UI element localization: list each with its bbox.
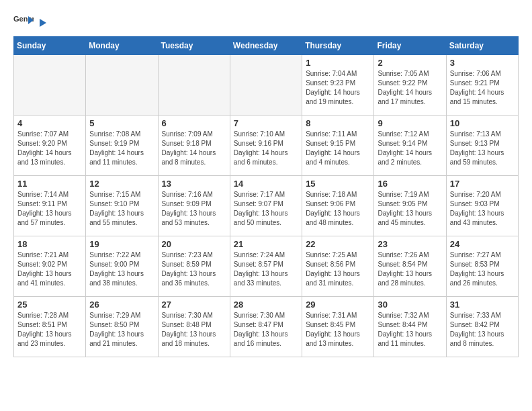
day-number: 23 <box>378 239 442 249</box>
svg-marker-2 <box>40 19 46 27</box>
cell-info: Sunrise: 7:30 AM Sunset: 8:47 PM Dayligh… <box>234 311 298 349</box>
day-number: 26 <box>89 300 154 310</box>
cell-info: Sunrise: 7:06 AM Sunset: 9:21 PM Dayligh… <box>450 69 515 107</box>
day-cell-22: 22Sunrise: 7:25 AM Sunset: 8:56 PM Dayli… <box>302 236 374 297</box>
day-number: 16 <box>378 179 442 189</box>
day-cell-8: 8Sunrise: 7:11 AM Sunset: 9:15 PM Daylig… <box>302 116 374 176</box>
cell-info: Sunrise: 7:09 AM Sunset: 9:18 PM Dayligh… <box>162 130 226 167</box>
cell-info: Sunrise: 7:13 AM Sunset: 9:13 PM Dayligh… <box>450 130 515 167</box>
day-number: 27 <box>162 300 226 310</box>
day-cell-21: 21Sunrise: 7:24 AM Sunset: 8:57 PM Dayli… <box>230 236 302 297</box>
day-number: 3 <box>450 58 515 68</box>
cell-info: Sunrise: 7:04 AM Sunset: 9:23 PM Dayligh… <box>306 69 370 107</box>
day-number: 22 <box>306 239 370 249</box>
day-number: 7 <box>234 118 298 128</box>
day-number: 8 <box>306 118 370 128</box>
day-number: 31 <box>450 300 515 310</box>
day-cell-27: 27Sunrise: 7:30 AM Sunset: 8:48 PM Dayli… <box>158 297 230 357</box>
cell-info: Sunrise: 7:33 AM Sunset: 8:42 PM Dayligh… <box>450 311 515 349</box>
day-cell-4: 4Sunrise: 7:07 AM Sunset: 9:20 PM Daylig… <box>14 116 86 176</box>
day-number: 13 <box>162 179 226 189</box>
cell-info: Sunrise: 7:26 AM Sunset: 8:54 PM Dayligh… <box>378 250 442 288</box>
cell-info: Sunrise: 7:23 AM Sunset: 8:59 PM Dayligh… <box>162 250 226 288</box>
cell-info: Sunrise: 7:24 AM Sunset: 8:57 PM Dayligh… <box>234 250 298 288</box>
day-number: 6 <box>162 118 226 128</box>
cell-info: Sunrise: 7:28 AM Sunset: 8:51 PM Dayligh… <box>17 311 82 349</box>
day-number: 25 <box>17 300 82 310</box>
cell-info: Sunrise: 7:11 AM Sunset: 9:15 PM Dayligh… <box>306 130 370 167</box>
empty-cell <box>86 55 158 116</box>
day-cell-28: 28Sunrise: 7:30 AM Sunset: 8:47 PM Dayli… <box>230 297 302 357</box>
calendar-table: SundayMondayTuesdayWednesdayThursdayFrid… <box>13 36 519 357</box>
day-number: 4 <box>17 118 82 128</box>
day-cell-12: 12Sunrise: 7:15 AM Sunset: 9:10 PM Dayli… <box>86 176 158 236</box>
day-cell-5: 5Sunrise: 7:08 AM Sunset: 9:19 PM Daylig… <box>86 116 158 176</box>
cell-info: Sunrise: 7:10 AM Sunset: 9:16 PM Dayligh… <box>234 130 298 167</box>
column-header-tuesday: Tuesday <box>158 37 230 55</box>
calendar-header-row: SundayMondayTuesdayWednesdayThursdayFrid… <box>14 37 519 55</box>
day-cell-25: 25Sunrise: 7:28 AM Sunset: 8:51 PM Dayli… <box>14 297 86 357</box>
day-number: 1 <box>306 58 370 68</box>
logo-icon: General <box>13 13 34 30</box>
week-row-4: 18Sunrise: 7:21 AM Sunset: 9:02 PM Dayli… <box>14 236 519 297</box>
day-cell-13: 13Sunrise: 7:16 AM Sunset: 9:09 PM Dayli… <box>158 176 230 236</box>
column-header-saturday: Saturday <box>446 37 518 55</box>
cell-info: Sunrise: 7:30 AM Sunset: 8:48 PM Dayligh… <box>162 311 226 349</box>
day-number: 19 <box>89 239 154 249</box>
day-cell-15: 15Sunrise: 7:18 AM Sunset: 9:06 PM Dayli… <box>302 176 374 236</box>
logo-arrow-icon <box>37 17 49 29</box>
day-cell-10: 10Sunrise: 7:13 AM Sunset: 9:13 PM Dayli… <box>446 116 518 176</box>
day-number: 24 <box>450 239 515 249</box>
cell-info: Sunrise: 7:08 AM Sunset: 9:19 PM Dayligh… <box>89 130 154 167</box>
day-number: 28 <box>234 300 298 310</box>
empty-cell <box>14 55 86 116</box>
day-number: 29 <box>306 300 370 310</box>
day-cell-3: 3Sunrise: 7:06 AM Sunset: 9:21 PM Daylig… <box>446 55 518 116</box>
day-number: 9 <box>378 118 442 128</box>
empty-cell <box>158 55 230 116</box>
page-header: General <box>13 13 519 30</box>
cell-info: Sunrise: 7:14 AM Sunset: 9:11 PM Dayligh… <box>17 190 82 228</box>
day-cell-19: 19Sunrise: 7:22 AM Sunset: 9:00 PM Dayli… <box>86 236 158 297</box>
day-number: 21 <box>234 239 298 249</box>
day-cell-31: 31Sunrise: 7:33 AM Sunset: 8:42 PM Dayli… <box>446 297 518 357</box>
cell-info: Sunrise: 7:29 AM Sunset: 8:50 PM Dayligh… <box>89 311 154 349</box>
day-number: 2 <box>378 58 442 68</box>
day-cell-24: 24Sunrise: 7:27 AM Sunset: 8:53 PM Dayli… <box>446 236 518 297</box>
cell-info: Sunrise: 7:18 AM Sunset: 9:06 PM Dayligh… <box>306 190 370 228</box>
cell-info: Sunrise: 7:32 AM Sunset: 8:44 PM Dayligh… <box>378 311 442 349</box>
day-cell-26: 26Sunrise: 7:29 AM Sunset: 8:50 PM Dayli… <box>86 297 158 357</box>
cell-info: Sunrise: 7:27 AM Sunset: 8:53 PM Dayligh… <box>450 250 515 288</box>
week-row-2: 4Sunrise: 7:07 AM Sunset: 9:20 PM Daylig… <box>14 116 519 176</box>
day-cell-23: 23Sunrise: 7:26 AM Sunset: 8:54 PM Dayli… <box>374 236 446 297</box>
column-header-wednesday: Wednesday <box>230 37 302 55</box>
week-row-5: 25Sunrise: 7:28 AM Sunset: 8:51 PM Dayli… <box>14 297 519 357</box>
day-cell-18: 18Sunrise: 7:21 AM Sunset: 9:02 PM Dayli… <box>14 236 86 297</box>
empty-cell <box>230 55 302 116</box>
column-header-friday: Friday <box>374 37 446 55</box>
week-row-1: 1Sunrise: 7:04 AM Sunset: 9:23 PM Daylig… <box>14 55 519 116</box>
cell-info: Sunrise: 7:19 AM Sunset: 9:05 PM Dayligh… <box>378 190 442 228</box>
day-cell-11: 11Sunrise: 7:14 AM Sunset: 9:11 PM Dayli… <box>14 176 86 236</box>
day-cell-20: 20Sunrise: 7:23 AM Sunset: 8:59 PM Dayli… <box>158 236 230 297</box>
day-cell-9: 9Sunrise: 7:12 AM Sunset: 9:14 PM Daylig… <box>374 116 446 176</box>
day-cell-14: 14Sunrise: 7:17 AM Sunset: 9:07 PM Dayli… <box>230 176 302 236</box>
day-number: 17 <box>450 179 515 189</box>
cell-info: Sunrise: 7:12 AM Sunset: 9:14 PM Dayligh… <box>378 130 442 167</box>
day-number: 5 <box>89 118 154 128</box>
cell-info: Sunrise: 7:21 AM Sunset: 9:02 PM Dayligh… <box>17 250 82 288</box>
day-number: 10 <box>450 118 515 128</box>
day-number: 30 <box>378 300 442 310</box>
cell-info: Sunrise: 7:25 AM Sunset: 8:56 PM Dayligh… <box>306 250 370 288</box>
cell-info: Sunrise: 7:20 AM Sunset: 9:03 PM Dayligh… <box>450 190 515 228</box>
day-cell-2: 2Sunrise: 7:05 AM Sunset: 9:22 PM Daylig… <box>374 55 446 116</box>
cell-info: Sunrise: 7:16 AM Sunset: 9:09 PM Dayligh… <box>162 190 226 228</box>
day-cell-29: 29Sunrise: 7:31 AM Sunset: 8:45 PM Dayli… <box>302 297 374 357</box>
day-number: 12 <box>89 179 154 189</box>
day-cell-1: 1Sunrise: 7:04 AM Sunset: 9:23 PM Daylig… <box>302 55 374 116</box>
day-number: 14 <box>234 179 298 189</box>
cell-info: Sunrise: 7:15 AM Sunset: 9:10 PM Dayligh… <box>89 190 154 228</box>
cell-info: Sunrise: 7:07 AM Sunset: 9:20 PM Dayligh… <box>17 130 82 167</box>
cell-info: Sunrise: 7:31 AM Sunset: 8:45 PM Dayligh… <box>306 311 370 349</box>
day-cell-16: 16Sunrise: 7:19 AM Sunset: 9:05 PM Dayli… <box>374 176 446 236</box>
